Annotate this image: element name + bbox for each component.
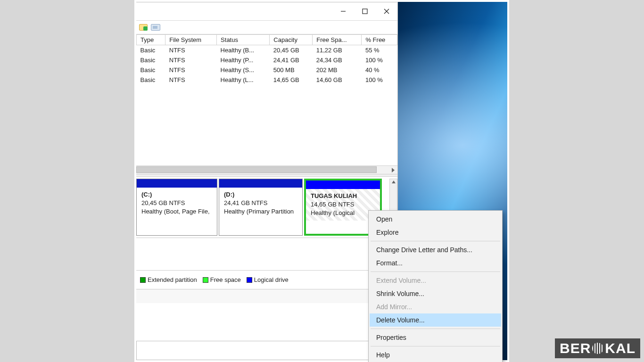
partition-header <box>137 179 217 188</box>
table-row[interactable]: BasicNTFSHealthy (L...14,65 GB14,60 GB10… <box>137 75 397 85</box>
volume-list: Type File System Status Capacity Free Sp… <box>136 34 397 165</box>
toolbar-properties-icon[interactable] <box>150 22 161 33</box>
partition-label: (D:) <box>224 190 298 199</box>
partition-size: 24,41 GB NTFS <box>224 199 298 207</box>
menu-add-mirror: Add Mirror... <box>370 300 501 313</box>
menu-explore[interactable]: Explore <box>370 226 501 239</box>
partition-status: Healthy (Primary Partition <box>224 207 298 216</box>
disk-management-window: Type File System Status Capacity Free Sp… <box>136 2 398 341</box>
partition-status: Healthy (Logical <box>311 209 376 217</box>
legend-swatch-icon <box>203 277 208 283</box>
col-freespace[interactable]: Free Spa... <box>313 35 362 45</box>
legend-logical: Logical drive <box>247 276 289 283</box>
partition-size: 20,45 GB NTFS <box>141 199 213 207</box>
menu-shrink-volume[interactable]: Shrink Volume... <box>370 287 501 300</box>
menu-separator <box>371 329 500 329</box>
col-filesystem[interactable]: File System <box>165 35 217 45</box>
scroll-right-icon[interactable] <box>390 167 396 173</box>
menu-separator <box>371 272 500 272</box>
partition-status: Healthy (Boot, Page File, <box>141 207 213 216</box>
menu-properties[interactable]: Properties <box>370 331 501 344</box>
legend-swatch-icon <box>140 277 146 283</box>
watermark: BER KAL <box>555 338 640 358</box>
partition-label: TUGAS KULIAH <box>311 192 376 200</box>
menu-format[interactable]: Format... <box>370 256 501 270</box>
status-bar <box>136 289 397 303</box>
partition-header <box>219 179 302 188</box>
screenshot-frame: Type File System Status Capacity Free Sp… <box>134 0 509 362</box>
toolbar <box>136 20 397 34</box>
scrollbar-thumb[interactable] <box>136 166 377 173</box>
menu-extend-volume: Extend Volume... <box>370 274 501 287</box>
partition-graphic-row: (C:) 20,45 GB NTFS Healthy (Boot, Page F… <box>136 177 397 238</box>
menu-change-letter[interactable]: Change Drive Letter and Paths... <box>370 243 501 256</box>
context-menu: Open Explore Change Drive Letter and Pat… <box>368 210 503 362</box>
menu-open[interactable]: Open <box>370 213 501 226</box>
maximize-button[interactable] <box>354 4 376 18</box>
partition-size: 14,65 GB NTFS <box>311 200 376 209</box>
partition-c[interactable]: (C:) 20,45 GB NTFS Healthy (Boot, Page F… <box>136 179 217 236</box>
partition-d[interactable]: (D:) 24,41 GB NTFS Healthy (Primary Part… <box>219 179 303 236</box>
table-row[interactable]: BasicNTFSHealthy (B...20,45 GB11,22 GB55… <box>137 45 397 56</box>
horizontal-scrollbar[interactable] <box>136 165 397 174</box>
legend-extended: Extended partition <box>140 276 197 283</box>
menu-separator <box>371 346 500 346</box>
col-pctfree[interactable]: % Free <box>362 35 397 45</box>
close-button[interactable] <box>376 4 397 18</box>
col-status[interactable]: Status <box>217 35 270 45</box>
watermark-orb-icon <box>592 343 603 354</box>
col-capacity[interactable]: Capacity <box>270 35 313 45</box>
legend: Extended partition Free space Logical dr… <box>136 270 397 289</box>
col-type[interactable]: Type <box>137 35 165 45</box>
toolbar-folder-icon[interactable] <box>138 22 149 33</box>
menu-separator <box>371 241 500 241</box>
menu-delete-volume[interactable]: Delete Volume... <box>370 313 501 327</box>
legend-swatch-icon <box>247 277 252 283</box>
legend-free: Free space <box>203 276 241 283</box>
partition-label: (C:) <box>141 190 213 199</box>
table-row[interactable]: BasicNTFSHealthy (S...500 MB202 MB40 % <box>137 65 397 75</box>
table-row[interactable]: BasicNTFSHealthy (P...24,41 GB24,34 GB10… <box>137 55 397 65</box>
menu-help[interactable]: Help <box>370 348 501 362</box>
minimize-button[interactable] <box>332 4 354 18</box>
partition-header <box>306 181 380 189</box>
window-titlebar <box>136 2 397 20</box>
svg-rect-1 <box>363 9 367 14</box>
